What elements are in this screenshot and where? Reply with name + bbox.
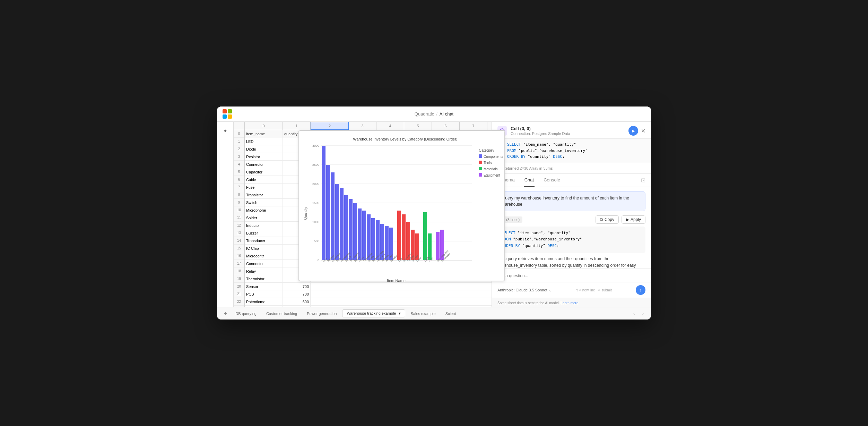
chevron-down-icon: ⌄ xyxy=(549,288,552,292)
close-button[interactable]: ✕ xyxy=(641,128,645,134)
copy-button[interactable]: ⧉ Copy xyxy=(596,215,619,224)
cell-name[interactable]: Solder xyxy=(245,214,283,222)
col-header-8[interactable]: 8 xyxy=(487,122,492,130)
col-header-4[interactable]: 4 xyxy=(376,122,404,130)
cell-name[interactable]: LED xyxy=(245,138,283,145)
bar-microphone xyxy=(340,188,344,260)
col-header-1[interactable]: 1 xyxy=(283,122,311,130)
cell-qty[interactable]: 600 xyxy=(283,298,311,306)
cell-name[interactable]: Cable xyxy=(245,176,283,184)
svg-text:1000: 1000 xyxy=(312,220,319,224)
row-num-12: 12 xyxy=(234,222,244,229)
bar-connector1 xyxy=(331,172,335,260)
col-header-7[interactable]: 7 xyxy=(460,122,487,130)
title-text: Quadratic / AI chat xyxy=(415,111,453,117)
run-button[interactable]: ▶ xyxy=(628,126,638,136)
cell-rest xyxy=(311,298,442,306)
cell-name[interactable]: Thermistor xyxy=(245,275,283,283)
tab-chat[interactable]: Chat xyxy=(524,173,535,187)
cell-name[interactable]: Microphone xyxy=(245,206,283,214)
chat-input[interactable] xyxy=(497,273,645,278)
send-button[interactable]: ↑ xyxy=(636,285,645,295)
cell-name[interactable]: Fuse xyxy=(245,184,283,191)
status-text: Some sheet data is sent to the AI model.… xyxy=(497,301,579,305)
cell-name[interactable]: Resistor xyxy=(245,153,283,161)
cell-name[interactable]: Connector xyxy=(245,260,283,267)
cell-qty[interactable]: 700 xyxy=(283,290,311,298)
snippet-line-1: SELECT "item_name", "quantity" xyxy=(502,230,641,237)
svg-text:2000: 2000 xyxy=(312,182,319,186)
row-num-5: 5 xyxy=(234,168,244,176)
nav-next-button[interactable]: › xyxy=(639,310,647,317)
cell-name[interactable]: Relay xyxy=(245,267,283,275)
sql-content-3: ORDER BY "quantity" DESC; xyxy=(507,154,565,160)
chat-user-message: Query my warehouse inventory to find the… xyxy=(497,191,645,211)
cell-name[interactable]: Transducer xyxy=(245,237,283,245)
cell-name[interactable]: Capacitor xyxy=(245,168,283,176)
cell-name[interactable]: Transistor xyxy=(245,191,283,199)
row-num-6: 6 xyxy=(234,176,244,184)
cell-name[interactable]: PCB xyxy=(245,290,283,298)
desc-kw: DESC xyxy=(547,244,557,248)
play-icon: ▶ xyxy=(626,217,629,222)
tab-console[interactable]: Console xyxy=(543,173,561,187)
cell-name[interactable]: IC Chip xyxy=(245,245,283,252)
row-num-18: 18 xyxy=(234,267,244,275)
expand-icon[interactable]: ⊡ xyxy=(641,177,645,184)
cell-name[interactable]: Potentiome xyxy=(245,298,283,306)
ai-sparkle-button[interactable]: ✦ xyxy=(219,125,232,137)
cell-name[interactable]: Microcontr xyxy=(245,252,283,260)
cell-name[interactable]: Sensor xyxy=(245,283,283,290)
sheet-tab-warehouse-tracking[interactable]: Warehouse tracking example ▾ xyxy=(342,309,405,317)
apply-label: Apply xyxy=(631,217,641,222)
bar-transducer xyxy=(349,199,353,260)
row-num-21: 21 xyxy=(234,290,244,298)
ai-description: This query retrieves item names and thei… xyxy=(497,256,645,269)
cell-info-header: P Cell (0, 0) Connection: Postgres Sampl… xyxy=(492,122,651,139)
svg-text:500: 500 xyxy=(314,239,319,243)
sheet-tab-db-querying[interactable]: DB querying xyxy=(231,310,261,317)
learn-more-link[interactable]: Learn more. xyxy=(561,301,579,305)
cell-name[interactable]: Buzzer xyxy=(245,229,283,237)
snippet-line-2: FROM "public"."warehouse_inventory" xyxy=(502,236,641,243)
col-header-2[interactable]: 2 xyxy=(311,122,349,130)
row-num-8: 8 xyxy=(234,191,244,199)
col-header-3[interactable]: 3 xyxy=(349,122,376,130)
col-header-5[interactable]: 5 xyxy=(404,122,432,130)
sql-code-block: 1 SELECT "item_name", "quantity" 2 FROM … xyxy=(492,139,651,163)
col-header-0[interactable]: 0 xyxy=(245,122,283,130)
logo-dot-green xyxy=(228,109,232,113)
hint-submit: ↵ submit xyxy=(598,288,611,292)
row-num-3: 3 xyxy=(234,153,244,161)
svg-text:3000: 3000 xyxy=(312,144,319,147)
svg-rect-97 xyxy=(479,154,482,158)
svg-text:1500: 1500 xyxy=(312,201,319,205)
cell-ref: Cell (0, 0) xyxy=(511,126,625,131)
cell-name[interactable]: Switch xyxy=(245,199,283,206)
model-selector[interactable]: Anthropic: Claude 3.5 Sonnet ⌄ xyxy=(497,288,552,292)
apply-button[interactable]: ▶ Apply xyxy=(622,215,645,224)
tabs-row: Schema Chat Console ⊡ xyxy=(492,174,651,187)
sheet-tab-customer-tracking[interactable]: Customer tracking xyxy=(262,310,301,317)
bar-switch xyxy=(344,195,348,260)
cell-info-actions: ▶ ✕ xyxy=(628,126,645,136)
cell-name[interactable]: Connector xyxy=(245,161,283,168)
cell-connection: Connection: Postgres Sample Data xyxy=(511,131,625,136)
sheet-tab-scient[interactable]: Scient xyxy=(441,310,460,317)
add-sheet-button[interactable]: + xyxy=(221,310,230,317)
row-num-11: 11 xyxy=(234,214,244,222)
code-response-header: sql (3 lines) ⧉ Copy ▶ Apply xyxy=(497,215,645,224)
sheet-tab-sales-example[interactable]: Sales example xyxy=(407,310,440,317)
title-main: AI chat xyxy=(440,111,453,117)
order-keyword: ORDER xyxy=(507,154,519,159)
row-num-0: 0 xyxy=(234,130,244,138)
row-num-15: 15 xyxy=(234,245,244,252)
cell-0-0[interactable]: item_name xyxy=(245,130,283,138)
cell-name[interactable]: Inductor xyxy=(245,222,283,229)
nav-prev-button[interactable]: ‹ xyxy=(630,310,638,317)
svg-rect-103 xyxy=(479,173,482,177)
title-prefix: Quadratic xyxy=(415,111,434,117)
sheet-tab-power-generation[interactable]: Power generation xyxy=(303,310,341,317)
col-header-6[interactable]: 6 xyxy=(432,122,460,130)
cell-name[interactable]: Diode xyxy=(245,145,283,153)
